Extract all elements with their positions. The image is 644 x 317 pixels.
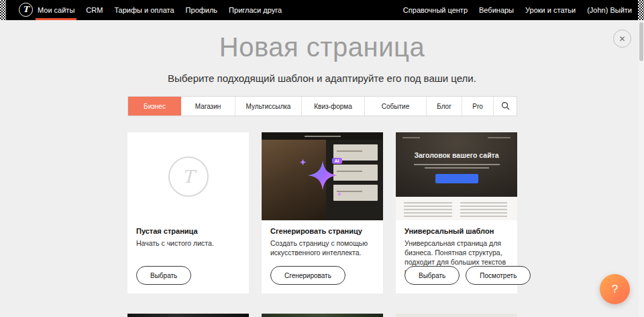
card-description: Создать страницу с помощью искусственног… xyxy=(270,238,374,257)
preview-block xyxy=(333,165,378,181)
topbar: T Мои сайты CRM Тарифы и оплата Профиль … xyxy=(0,0,644,20)
search-icon xyxy=(501,101,510,111)
tab-business[interactable]: Бизнес xyxy=(128,97,181,116)
edge-pattern-right xyxy=(638,0,644,20)
template-card-partial[interactable] xyxy=(127,314,249,317)
tab-quiz-form[interactable]: Квиз-форма xyxy=(302,97,365,116)
close-icon: ✕ xyxy=(619,34,625,44)
menu-profile[interactable]: Профиль xyxy=(186,0,218,20)
topbar-right-menu: Справочный центр Вебинары Уроки и статьи… xyxy=(403,0,632,20)
preview-cta-button xyxy=(435,174,478,183)
page-title: Новая страница xyxy=(0,32,644,62)
edge-pattern-left xyxy=(0,0,6,20)
template-category-tabs: Бизнес Магазин Мультиссылка Квиз-форма С… xyxy=(127,96,517,116)
card-title: Сгенерировать страницу xyxy=(270,227,374,235)
universal-preview-image: Заголовок вашего сайта xyxy=(396,132,517,220)
choose-button[interactable]: Выбрать xyxy=(136,266,191,285)
preview-nav-placeholder xyxy=(488,137,511,138)
tab-event[interactable]: Событие xyxy=(365,97,427,116)
menu-webinars[interactable]: Вебинары xyxy=(479,0,514,20)
tab-shop[interactable]: Магазин xyxy=(181,97,235,116)
card-actions: Выбрать Посмотреть xyxy=(405,266,531,285)
help-button[interactable]: ? xyxy=(600,274,630,304)
page-subtitle: Выберите подходящий шаблон и адаптируйте… xyxy=(0,73,644,84)
generate-button[interactable]: Сгенерировать xyxy=(270,266,345,285)
template-card-partial[interactable] xyxy=(396,314,517,317)
preview-nav-placeholder xyxy=(402,137,420,138)
tab-multilink[interactable]: Мультиссылка xyxy=(235,97,302,116)
menu-help-center[interactable]: Справочный центр xyxy=(403,0,468,20)
scrollbar[interactable] xyxy=(639,20,644,317)
preview-body xyxy=(396,197,517,220)
preview-hero: Заголовок вашего сайта xyxy=(396,132,517,197)
tilda-logo[interactable]: T xyxy=(19,3,33,17)
template-card-partial[interactable] xyxy=(262,314,383,317)
template-card-universal[interactable]: Заголовок вашего сайта Универсальный шаб… xyxy=(396,132,517,293)
preview-heading: Заголовок вашего сайта xyxy=(396,151,517,159)
template-card-blank[interactable]: T Пустая страница Начать с чистого листа… xyxy=(127,132,249,293)
card-title: Пустая страница xyxy=(136,227,240,235)
ai-badge: AI xyxy=(332,158,342,164)
ai-sparkle-icon xyxy=(307,160,338,193)
tab-pro[interactable]: Pro xyxy=(462,97,494,116)
card-actions: Сгенерировать xyxy=(270,266,345,285)
card-description: Начать с чистого листа. xyxy=(136,238,240,248)
choose-button[interactable]: Выбрать xyxy=(405,266,460,285)
menu-tariffs[interactable]: Тарифы и оплата xyxy=(114,0,174,20)
scrollbar-thumb[interactable] xyxy=(639,22,643,61)
tab-blog[interactable]: Блог xyxy=(427,97,462,116)
blank-preview: T xyxy=(127,132,249,220)
close-button[interactable]: ✕ xyxy=(613,30,631,48)
card-actions: Выбрать xyxy=(136,266,191,285)
template-card-generate[interactable]: AI Сгенерировать страницу Создать страни… xyxy=(262,132,383,293)
template-cards-row-partial xyxy=(127,314,517,317)
topbar-left-menu: Мои сайты CRM Тарифы и оплата Профиль Пр… xyxy=(38,0,282,20)
preview-text-line xyxy=(425,167,489,169)
view-button[interactable]: Посмотреть xyxy=(466,266,531,285)
menu-crm[interactable]: CRM xyxy=(86,0,103,20)
menu-invite-friend[interactable]: Пригласи друга xyxy=(229,0,282,20)
menu-lessons[interactable]: Уроки и статьи xyxy=(525,0,576,20)
menu-logout[interactable]: (John) Выйти xyxy=(587,0,632,20)
tilda-watermark-icon: T xyxy=(168,156,209,197)
ai-preview-image: AI xyxy=(262,132,383,220)
menu-my-sites[interactable]: Мои сайты xyxy=(38,0,74,20)
template-cards-row: T Пустая страница Начать с чистого листа… xyxy=(127,132,517,293)
preview-text-column xyxy=(460,202,507,217)
preview-header xyxy=(262,132,383,140)
sparkle-small-icon xyxy=(337,187,342,199)
sparkle-small-icon xyxy=(299,156,307,169)
tab-search[interactable] xyxy=(494,97,517,116)
card-title: Универсальный шаблон xyxy=(405,227,508,235)
app-window: T Мои сайты CRM Тарифы и оплата Профиль … xyxy=(0,0,644,317)
preview-text-line xyxy=(414,164,500,165)
preview-text-column xyxy=(404,202,452,217)
